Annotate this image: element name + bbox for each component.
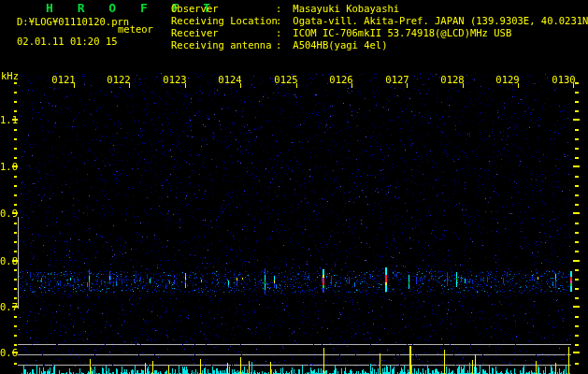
info-value: ICOM IC-706mkII 53.74918(@LCD)MHz USB [287,27,511,39]
y-axis-tick-right [575,82,579,84]
y-axis-major-tick-right [573,119,580,121]
y-axis-tick-left [14,344,17,346]
y-axis-tick-left [14,148,17,150]
x-axis-label: 0122 [107,74,130,85]
y-axis-tick-right [575,344,579,346]
info-separator: : [276,27,287,39]
y-axis-tick-right [575,101,579,103]
x-axis-tick [296,83,297,88]
y-axis-tick-right [575,223,579,224]
log-file-path: D:¥LOG¥01110120.prn [17,16,129,27]
info-label: Receiving Location [171,15,276,27]
x-axis-label: 0121 [51,74,75,85]
y-axis-tick-right [575,129,579,131]
x-axis-tick [407,83,408,88]
x-axis-tick [74,83,75,88]
y-axis-tick-left [14,325,17,327]
info-row: Receiving antenna: A504HB(yagi 4el) [171,39,588,51]
info-value: A504HB(yagi 4el) [287,39,387,51]
timestamp: 02.01.11 01:20 [17,36,100,47]
info-label: Receiving antenna [171,39,276,51]
hrofft-window: H R O F F T D:¥LOG¥01110120.prn meteor 0… [0,0,588,374]
info-row: Receiver: ICOM IC-706mkII 53.74918(@LCD)… [171,27,588,39]
y-axis-label: 0.7 [0,301,12,312]
y-axis-tick-left [14,185,17,187]
y-axis-tick-left [14,297,17,299]
y-axis-tick-right [575,363,579,365]
y-axis-major-tick-right [573,352,580,353]
y-axis-major-tick-left [12,212,18,214]
y-axis-major-tick-left [12,306,18,308]
y-axis-tick-left [14,241,17,243]
y-axis-tick-right [575,297,579,299]
y-axis-major-tick-right [573,212,580,214]
x-axis-label: 0123 [163,74,186,85]
info-value: Masayuki Kobayashi [287,3,399,15]
station-info: Observer: Masayuki KobayashiReceiving Lo… [171,3,588,51]
y-axis-unit-label: kHz [1,70,19,81]
y-axis-tick-right [575,138,579,140]
y-axis-tick-right [575,185,579,187]
y-axis-tick-right [575,148,579,150]
x-axis-label: 0124 [218,74,241,85]
x-axis-tick [129,83,130,88]
y-axis-tick-right [575,204,579,206]
x-axis-label: 0126 [329,74,352,85]
x-axis-tick [573,83,574,88]
mode-label: meteor [118,23,153,35]
y-axis-tick-right [575,110,579,112]
y-axis-major-tick-right [573,260,580,262]
y-axis-tick-right [575,251,579,252]
info-separator: : [276,3,287,15]
info-row: Receiving Location: Ogata-vill. Akita-Pr… [171,15,588,27]
y-axis-tick-right [575,269,579,271]
y-axis-tick-left [14,269,17,271]
y-axis-label: 0.9 [0,208,12,219]
x-axis-label: 0129 [495,74,519,85]
y-axis-tick-right [575,288,579,290]
y-axis-major-tick-left [12,119,18,121]
y-axis-major-tick-right [573,165,580,167]
y-axis-label: 0.6 [0,347,12,358]
y-axis-tick-left [14,223,17,224]
y-axis-tick-right [575,241,579,243]
y-axis-label: 1.0 [0,161,12,172]
x-axis-tick [351,83,352,88]
x-axis-tick [185,83,186,88]
y-axis-tick-left [14,279,17,280]
y-axis-major-tick-left [12,352,18,353]
y-axis-tick-left [14,157,17,159]
info-value: Ogata-vill. Akita-Pref. JAPAN (139.9303E… [287,15,588,27]
x-axis-label: 0125 [274,74,297,85]
y-axis-tick-right [575,335,579,337]
echo-count: 15 [106,36,118,47]
x-axis-tick [518,83,519,88]
y-axis-tick-left [14,251,17,252]
y-axis-tick-left [14,110,17,112]
y-axis-tick-left [14,288,17,290]
x-axis-label: 0130 [552,74,575,85]
y-axis-tick-left [14,363,17,365]
info-separator: : [276,15,287,27]
y-axis-tick-left [14,232,17,234]
y-axis-tick-left [14,194,17,196]
y-axis-tick-right [575,279,579,280]
y-axis-tick-left [14,82,17,84]
y-axis-tick-right [575,316,579,318]
y-axis-tick-left [14,316,17,318]
spectrogram-canvas [0,0,588,374]
x-axis-tick [240,83,241,88]
y-axis-tick-right [575,232,579,234]
info-row: Observer: Masayuki Kobayashi [171,3,588,15]
y-axis-tick-left [14,129,17,131]
y-axis-tick-left [14,138,17,140]
y-axis-label: 0.8 [0,255,12,266]
x-axis-label: 0128 [440,74,464,85]
y-axis-tick-left [14,335,17,337]
y-axis-tick-left [14,204,17,206]
y-axis-tick-right [575,325,579,327]
x-axis-tick [463,83,464,88]
y-axis-major-tick-left [12,260,18,262]
info-label: Receiver [171,27,276,39]
x-axis-label: 0127 [385,74,409,85]
